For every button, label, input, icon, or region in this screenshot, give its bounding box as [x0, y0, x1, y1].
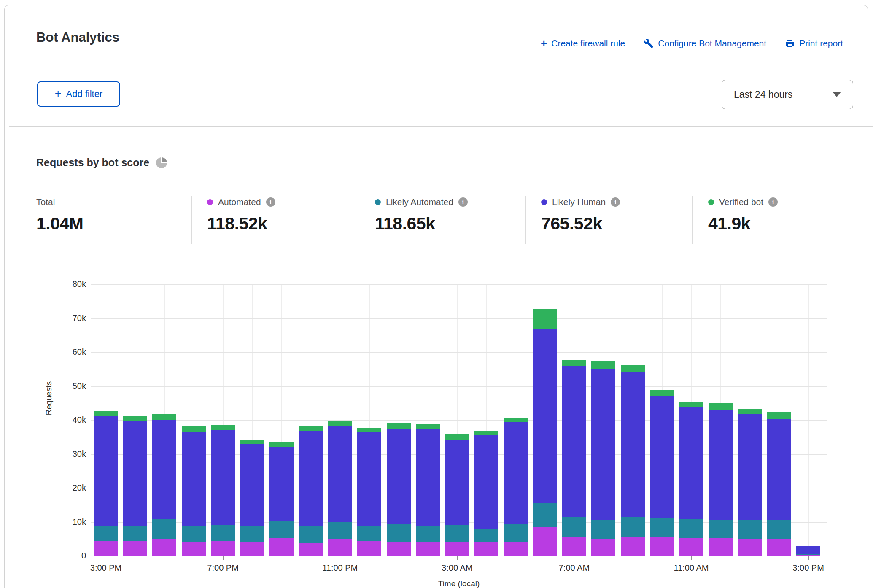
section-heading: Requests by bot score: [36, 156, 167, 169]
configure-bot-management-label: Configure Bot Management: [658, 38, 766, 49]
x-axis-tick: [808, 556, 809, 560]
verified_bot-segment: [650, 390, 674, 396]
stacked-bar[interactable]: [474, 431, 498, 556]
likely_automated-segment: [182, 526, 206, 542]
automated-segment: [152, 539, 176, 556]
header-actions: + Create firewall rule Configure Bot Man…: [541, 38, 843, 49]
likely_automated-segment: [562, 517, 586, 537]
stacked-bar[interactable]: [387, 423, 411, 556]
automated-segment: [299, 543, 323, 556]
stacked-bar[interactable]: [299, 426, 323, 556]
stacked-bar[interactable]: [650, 390, 674, 556]
info-icon[interactable]: i: [768, 197, 778, 207]
likely_human-segment: [533, 329, 557, 503]
automated-segment: [445, 542, 469, 556]
x-axis-tick: [574, 556, 574, 560]
create-firewall-rule-link[interactable]: + Create firewall rule: [541, 38, 625, 49]
stacked-bar[interactable]: [562, 360, 586, 556]
info-icon[interactable]: i: [611, 197, 620, 207]
stacked-bar[interactable]: [94, 411, 118, 556]
automated-segment: [738, 539, 762, 556]
automated-segment: [796, 555, 820, 556]
analytics-card: Bot Analytics + Create firewall rule Con…: [4, 5, 868, 588]
automated-segment: [416, 542, 440, 556]
verified_bot-segment: [94, 411, 118, 416]
automated-segment: [591, 539, 615, 556]
print-report-label: Print report: [799, 38, 843, 49]
stat-divider: [525, 196, 526, 244]
stacked-bar[interactable]: [240, 440, 264, 556]
stacked-bar[interactable]: [796, 546, 820, 556]
automated-segment: [328, 539, 352, 556]
likely_human-segment: [387, 429, 411, 524]
stacked-bar[interactable]: [767, 412, 791, 556]
stacked-bar[interactable]: [269, 442, 294, 556]
stacked-bar[interactable]: [182, 426, 206, 556]
likely_human-segment: [767, 419, 791, 520]
printer-icon: [785, 38, 795, 49]
likely_automated-segment: [445, 525, 469, 542]
stacked-bar[interactable]: [709, 403, 733, 556]
automated-segment: [94, 541, 118, 556]
plot-area: [91, 284, 827, 556]
vertical-gridline: [808, 284, 809, 556]
chevron-down-icon: [833, 92, 841, 97]
verified_bot-segment: [152, 414, 176, 420]
y-axis-tick-label: 50k: [29, 381, 86, 391]
automated-segment: [387, 542, 411, 556]
stacked-bar[interactable]: [679, 402, 703, 556]
verified_bot-segment: [474, 431, 498, 435]
likely_human-segment: [796, 546, 820, 554]
automated-segment: [182, 542, 206, 556]
likely_human-segment: [211, 430, 235, 525]
plus-icon: +: [541, 39, 547, 48]
stacked-bar[interactable]: [621, 365, 645, 556]
info-icon[interactable]: i: [458, 197, 468, 207]
x-axis-tick: [340, 556, 340, 560]
stacked-bar[interactable]: [357, 428, 381, 556]
configure-bot-management-link[interactable]: Configure Bot Management: [644, 38, 766, 49]
likely_automated-segment: [474, 529, 498, 542]
x-axis-tick: [691, 556, 692, 560]
likely_automated-segment: [328, 522, 352, 539]
y-axis-tick-label: 80k: [29, 279, 86, 289]
automated-segment: [211, 541, 235, 556]
x-axis-tick-label: 3:00 AM: [442, 563, 472, 573]
likely_automated-segment: [504, 524, 528, 542]
stacked-bar[interactable]: [211, 425, 235, 556]
horizontal-gridline: [91, 284, 827, 285]
likely_automated-segment: [269, 521, 294, 538]
stacked-bar[interactable]: [533, 309, 557, 556]
stacked-bar[interactable]: [152, 414, 176, 556]
stat-divider: [359, 196, 359, 244]
stacked-bar[interactable]: [504, 418, 528, 556]
verified_bot-segment: [123, 416, 147, 421]
y-axis-tick-label: 0: [29, 551, 86, 561]
stat-value: 765.52k: [541, 214, 620, 234]
stacked-bar[interactable]: [445, 434, 469, 556]
stacked-bar[interactable]: [591, 361, 615, 556]
automated-segment: [533, 527, 557, 556]
verified_bot-segment: [387, 423, 411, 429]
y-axis-tick-label: 70k: [29, 313, 86, 323]
verified_bot-segment: [182, 426, 206, 432]
create-firewall-rule-label: Create firewall rule: [551, 38, 625, 49]
x-axis-tick: [106, 556, 106, 560]
add-filter-button[interactable]: + Add filter: [37, 81, 120, 107]
likely_automated-segment: [591, 520, 615, 539]
x-axis-tick-label: 3:00 PM: [90, 563, 121, 573]
print-report-link[interactable]: Print report: [785, 38, 843, 49]
info-icon[interactable]: i: [266, 197, 275, 207]
stacked-bar[interactable]: [328, 421, 352, 556]
time-range-select[interactable]: Last 24 hours: [722, 80, 853, 109]
verified_bot-segment: [445, 434, 469, 440]
stacked-bar[interactable]: [738, 409, 762, 556]
verified_bot-segment: [299, 426, 323, 431]
stacked-bar[interactable]: [123, 416, 147, 556]
x-axis-tick-label: 3:00 PM: [792, 563, 824, 573]
stacked-bar[interactable]: [416, 424, 440, 556]
verified_bot-segment: [796, 546, 820, 546]
automated-dot: [207, 199, 213, 205]
stat-automated: Automated i 118.52k: [207, 196, 275, 234]
likely_automated-segment: [357, 526, 381, 541]
